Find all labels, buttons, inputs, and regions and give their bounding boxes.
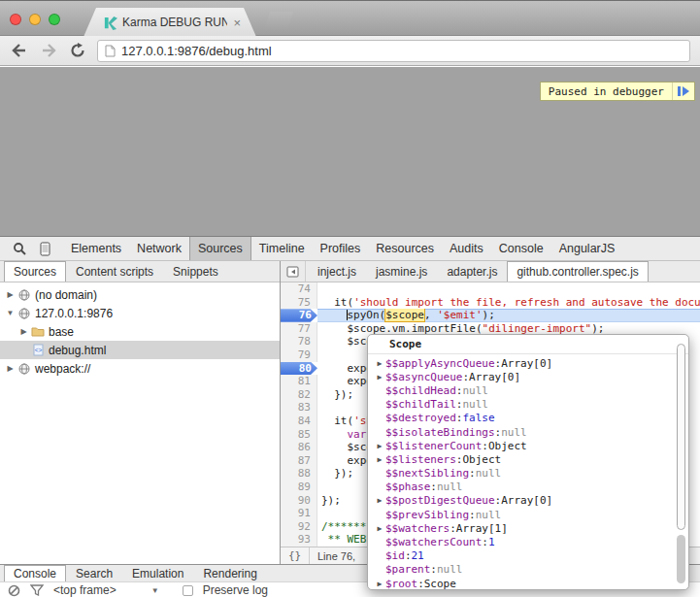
code-line-74[interactable]: 74 — [281, 282, 700, 296]
device-mode-icon[interactable] — [33, 237, 57, 260]
frame-selector[interactable]: <top frame> — [53, 583, 117, 597]
breakpoint-marker[interactable]: 80 — [281, 362, 317, 376]
chevron-down-icon[interactable]: ▼ — [151, 586, 159, 595]
line-number[interactable]: 87 — [281, 454, 317, 468]
inspect-element-icon[interactable] — [6, 237, 33, 260]
scope-property-asyncqueue[interactable]: ▶$$asyncQueue: Array[0] — [368, 370, 688, 383]
scope-property-root[interactable]: ▶$root: Scope — [368, 577, 688, 590]
line-number[interactable]: 79 — [281, 348, 317, 362]
line-number[interactable]: 78 — [281, 335, 317, 348]
line-number[interactable]: 81 — [281, 375, 317, 388]
main-tab-sources[interactable]: Sources — [189, 237, 251, 260]
breakpoint-marker[interactable]: 76 — [281, 309, 317, 322]
scope-property-parent[interactable]: $parent: null — [368, 563, 688, 577]
property-name: $$destroyed — [385, 412, 456, 424]
close-window-button[interactable] — [10, 14, 21, 25]
drawer-tab-emulation[interactable]: Emulation — [122, 565, 193, 581]
file-tab-inject-js[interactable]: inject.js — [308, 261, 366, 282]
line-number[interactable]: 89 — [281, 481, 317, 494]
property-name: $$isolateBindings — [385, 426, 495, 439]
sidebar-tab-content-scripts[interactable]: Content scripts — [66, 261, 163, 282]
scope-property-watchers[interactable]: ▶$$watchers: Array[1] — [368, 521, 688, 535]
zoom-window-button[interactable] — [49, 14, 60, 25]
tree-item-base[interactable]: ▶base — [0, 322, 280, 341]
line-number[interactable]: 88 — [281, 467, 317, 481]
scope-property-destroyed[interactable]: $$destroyed: false — [368, 412, 688, 425]
tree-item-no-domain[interactable]: ▶(no domain) — [0, 285, 280, 304]
expand-arrow-icon[interactable]: ▶ — [374, 373, 385, 381]
scope-property-isolatebindings[interactable]: $$isolateBindings: null — [368, 425, 688, 439]
line-number[interactable]: 74 — [281, 282, 317, 296]
drawer-tab-rendering[interactable]: Rendering — [193, 565, 266, 581]
main-tab-timeline[interactable]: Timeline — [251, 237, 313, 260]
main-tab-resources[interactable]: Resources — [368, 237, 442, 260]
line-number[interactable]: 85 — [281, 428, 317, 442]
clear-console-icon[interactable] — [8, 584, 20, 597]
expand-arrow-icon[interactable]: ▶ — [374, 496, 385, 505]
tree-item-debug-html[interactable]: <>debug.html — [0, 341, 280, 359]
line-number[interactable]: 90 — [281, 494, 317, 508]
sidebar-tab-snippets[interactable]: Snippets — [163, 261, 228, 282]
tree-item-127-0-0-1-9876[interactable]: ▼127.0.0.1:9876 — [0, 304, 280, 322]
line-number[interactable]: 91 — [281, 507, 317, 520]
line-number[interactable]: 75 — [281, 296, 317, 310]
back-button[interactable] — [10, 41, 29, 60]
line-number[interactable]: 86 — [281, 441, 317, 454]
main-tab-profiles[interactable]: Profiles — [313, 237, 369, 260]
main-tab-console[interactable]: Console — [491, 237, 551, 260]
main-tab-elements[interactable]: Elements — [63, 237, 129, 260]
tab-close-icon[interactable]: × — [233, 16, 241, 30]
expand-arrow-icon[interactable]: ▶ — [374, 524, 385, 533]
scope-property-prevsibling[interactable]: $$prevSibling: null — [368, 508, 688, 521]
preserve-log-checkbox[interactable] — [183, 585, 193, 596]
main-tab-network[interactable]: Network — [129, 237, 189, 260]
resume-script-button[interactable] — [672, 83, 694, 100]
code-line-76[interactable]: 76 spyOn($scope, '$emit'); — [281, 309, 700, 322]
tree-expander-icon[interactable]: ▶ — [4, 364, 17, 373]
tree-item-webpack[interactable]: ▶webpack:// — [0, 359, 280, 378]
pretty-print-icon[interactable]: {} — [281, 547, 310, 564]
browser-tab[interactable]: Karma DEBUG RUNNER × — [83, 8, 256, 37]
line-number[interactable]: 84 — [281, 415, 317, 428]
line-number[interactable]: 83 — [281, 401, 317, 415]
file-tab-jasmine-js[interactable]: jasmine.js — [366, 261, 437, 282]
popup-scrollbar-thumb[interactable] — [677, 344, 685, 530]
scope-property-childhead[interactable]: $$childHead: null — [368, 383, 688, 397]
filter-icon[interactable] — [30, 584, 44, 596]
expand-arrow-icon[interactable]: ▶ — [374, 359, 385, 368]
expand-arrow-icon[interactable]: ▶ — [374, 580, 385, 588]
main-tab-audits[interactable]: Audits — [442, 237, 491, 260]
file-tab-adapter-js[interactable]: adapter.js — [437, 261, 507, 282]
tree-expander-icon[interactable]: ▶ — [4, 290, 17, 299]
scope-property-childtail[interactable]: $$childTail: null — [368, 398, 688, 412]
drawer-tab-console[interactable]: Console — [4, 565, 66, 581]
scope-property-watcherscount[interactable]: $$watchersCount: 1 — [368, 535, 688, 548]
line-number[interactable]: 92 — [281, 520, 317, 534]
scope-property-applyasyncqueue[interactable]: ▶$$applyAsyncQueue: Array[0] — [368, 356, 688, 370]
address-bar[interactable]: 127.0.0.1:9876/debug.html — [97, 40, 690, 62]
main-tab-angularjs[interactable]: AngularJS — [551, 237, 623, 260]
line-number[interactable]: 93 — [281, 533, 317, 547]
scope-property-id[interactable]: $id: 21 — [368, 549, 688, 563]
tree-expander-icon[interactable]: ▼ — [4, 309, 17, 317]
expand-arrow-icon[interactable]: ▶ — [374, 455, 385, 464]
scope-property-nextsibling[interactable]: $$nextSibling: null — [368, 467, 688, 481]
scope-property-listenercount[interactable]: ▶$$listenerCount: Object — [368, 439, 688, 452]
scope-property-listeners[interactable]: ▶$$listeners: Object — [368, 452, 688, 466]
code-line-75[interactable]: 75 it('should import the file, refresh a… — [281, 296, 700, 310]
collapse-navigator-icon[interactable] — [281, 261, 306, 282]
expand-arrow-icon[interactable]: ▶ — [374, 442, 385, 450]
hovered-token[interactable]: $scope — [385, 309, 424, 321]
line-number[interactable]: 77 — [281, 322, 317, 336]
minimize-window-button[interactable] — [29, 14, 41, 25]
new-tab-button[interactable] — [264, 12, 293, 30]
scope-property-phase[interactable]: $$phase: null — [368, 481, 688, 494]
scope-property-postdigestqueue[interactable]: ▶$$postDigestQueue: Array[0] — [368, 494, 688, 508]
forward-button[interactable] — [39, 41, 58, 60]
drawer-tab-search[interactable]: Search — [66, 565, 122, 581]
tree-expander-icon[interactable]: ▶ — [17, 327, 30, 336]
file-tab-github-controller-spec-js[interactable]: github.controller.spec.js — [507, 261, 648, 282]
reload-button[interactable] — [68, 41, 87, 60]
sidebar-tab-sources[interactable]: Sources — [4, 261, 66, 282]
line-number[interactable]: 82 — [281, 388, 317, 402]
